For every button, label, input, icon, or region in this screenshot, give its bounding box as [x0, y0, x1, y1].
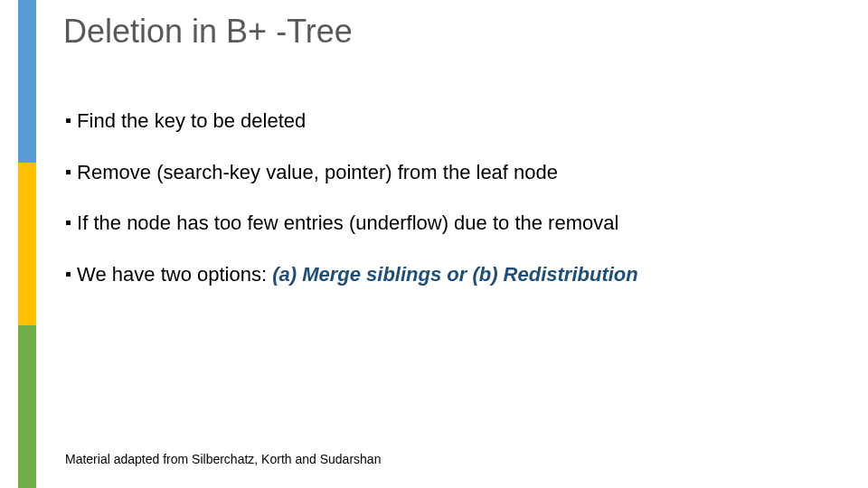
bullet-text: We have two options: (a) Merge siblings …	[77, 262, 638, 288]
bullet-marker: ▪	[65, 160, 71, 183]
bullet-item: ▪ Find the key to be deleted	[65, 108, 832, 135]
bullet-item: ▪ We have two options: (a) Merge sibling…	[65, 262, 832, 288]
slide-title: Deletion in B+ -Tree	[63, 13, 353, 51]
bullet-marker: ▪	[65, 262, 71, 286]
bullet-text: Remove (search-key value, pointer) from …	[77, 160, 558, 186]
stripe-green	[18, 325, 36, 488]
bullet-marker: ▪	[65, 108, 71, 132]
bullet-text: Find the key to be deleted	[77, 108, 306, 135]
stripe-blue	[18, 0, 36, 163]
side-stripe	[0, 0, 36, 488]
bullet-item: ▪ Remove (search-key value, pointer) fro…	[65, 160, 832, 186]
bullet-prefix: We have two options:	[77, 263, 272, 286]
bullet-text: If the node has too few entries (underfl…	[77, 211, 618, 237]
slide-content: ▪ Find the key to be deleted ▪ Remove (s…	[65, 108, 832, 313]
bullet-marker: ▪	[65, 211, 71, 234]
stripe-yellow	[18, 163, 36, 325]
bullet-item: ▪ If the node has too few entries (under…	[65, 211, 832, 237]
footer-text: Material adapted from Silberchatz, Korth…	[65, 452, 381, 466]
bullet-emphasis: (a) Merge siblings or (b) Redistribution	[272, 263, 638, 286]
